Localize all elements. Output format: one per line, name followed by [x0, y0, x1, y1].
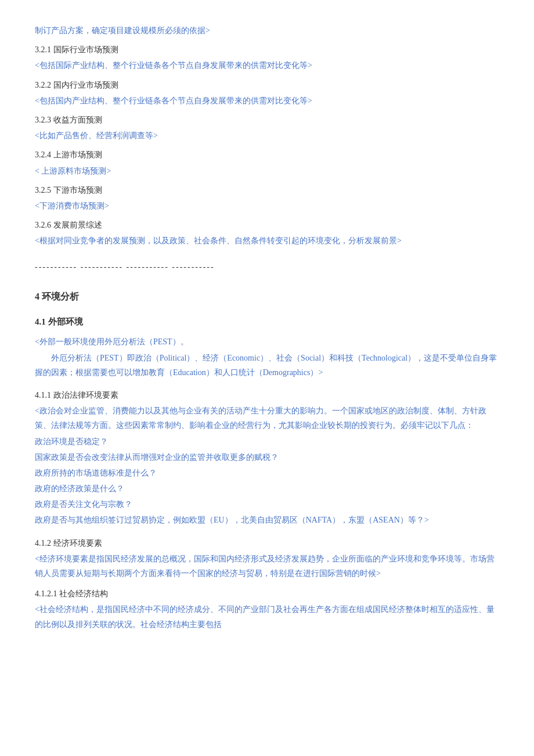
- s324-link: < 上游原料市场预测>: [35, 164, 499, 178]
- s4121-heading: 4.1.2.1 社会经济结构: [35, 586, 499, 601]
- s41-intro-text: 外厄分析法（PEST）即政治（Political）、经济（Economic）、社…: [35, 351, 499, 380]
- s411-q6: 政府是否与其他组织签订过贸易协定，例如欧盟（EU），北美自由贸易区（NAFTA）…: [35, 513, 499, 527]
- s411-q1: 政治环境是否稳定？: [35, 434, 499, 449]
- s411-p1: <政治会对企业监管、消费能力以及其他与企业有关的活动产生十分重大的影响力。一个国…: [35, 404, 499, 433]
- s4121-p1: <社会经济结构，是指国民经济中不同的经济成分、不同的产业部门及社会再生产各方面在…: [35, 602, 499, 631]
- intro-link: 制订产品方案，确定项目建设规模所必须的依据>: [35, 23, 499, 38]
- s323-link: <比如产品售价、经营利润调查等>: [35, 128, 499, 143]
- s321-heading: 3.2.1 国际行业市场预测: [35, 42, 499, 57]
- s326-heading: 3.2.6 发展前景综述: [35, 218, 499, 232]
- document-content: 制订产品方案，确定项目建设规模所必须的依据> 3.2.1 国际行业市场预测 <包…: [35, 23, 499, 632]
- s411-q5: 政府是否关注文化与宗教？: [35, 497, 499, 512]
- s325-heading: 3.2.5 下游市场预测: [35, 183, 499, 197]
- s41-intro-link: <外部一般环境使用外厄分析法（PEST）。: [35, 334, 499, 349]
- s411-heading: 4.1.1 政治法律环境要素: [35, 388, 499, 402]
- s325-link: <下游消费市场预测>: [35, 199, 499, 213]
- divider: ----------- ----------- ----------- ----…: [35, 260, 499, 274]
- s412-heading: 4.1.2 经济环境要素: [35, 536, 499, 550]
- s326-link: <根据对同业竞争者的发展预测，以及政策、社会条件、自然条件转变引起的环境变化，分…: [35, 233, 499, 248]
- s41-heading: 4.1 外部环境: [35, 314, 499, 330]
- s411-q4: 政府的经济政策是什么？: [35, 481, 499, 496]
- ch4-heading: 4 环境分析: [35, 289, 499, 305]
- s322-link: <包括国内产业结构、整个行业链条各个节点自身发展带来的供需对比变化等>: [35, 93, 499, 108]
- s412-p1: <经济环境要素是指国民经济发展的总概况，国际和国内经济形式及经济发展趋势，企业所…: [35, 552, 499, 581]
- s411-q2: 国家政策是否会改变法律从而增强对企业的监管并收取更多的赋税？: [35, 450, 499, 465]
- s322-heading: 3.2.2 国内行业市场预测: [35, 78, 499, 92]
- s411-q3: 政府所持的市场道德标准是什么？: [35, 466, 499, 480]
- s324-heading: 3.2.4 上游市场预测: [35, 147, 499, 162]
- s323-heading: 3.2.3 收益方面预测: [35, 113, 499, 127]
- s321-link: <包括国际产业结构、整个行业链条各个节点自身发展带来的供需对比变化等>: [35, 58, 499, 73]
